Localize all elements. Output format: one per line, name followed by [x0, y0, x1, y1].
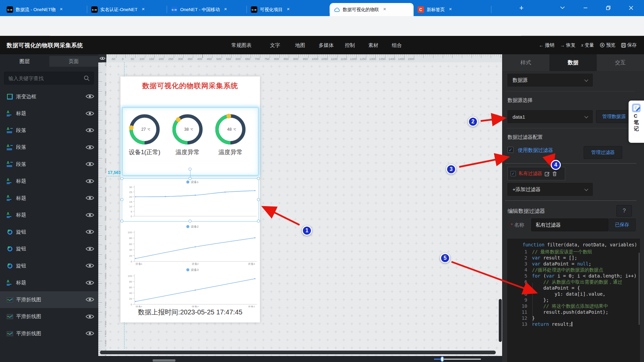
use-filter-checkbox[interactable]: ✓ — [507, 147, 514, 153]
manage-filter-button[interactable]: 管理过滤器 — [584, 146, 622, 159]
visibility-eye-icon[interactable] — [86, 297, 94, 303]
menu-1[interactable]: 文字 — [270, 42, 280, 49]
browser-tab[interactable]: c:o可视化项目 × — [247, 3, 330, 16]
zoom-slider-handle[interactable] — [440, 356, 444, 362]
variable-action-button[interactable]: x变量 — [581, 42, 594, 48]
saved-button[interactable]: 已保存 — [608, 219, 636, 231]
layer-item-平滑折线图[interactable]: 平滑折线图 — [0, 291, 98, 308]
use-filter-label[interactable]: 使用数据过滤器 — [518, 147, 553, 154]
preview-action-button[interactable]: 预览 — [600, 42, 615, 48]
add-filter-dropdown[interactable]: +添加过滤器 — [507, 183, 593, 196]
layer-item-标题[interactable]: A 标题 — [0, 275, 98, 291]
trash-icon[interactable] — [552, 171, 557, 176]
visibility-eye-icon[interactable] — [86, 127, 94, 133]
layer-item-旋钮[interactable]: 旋钮 — [0, 241, 98, 257]
filter-name-input[interactable] — [531, 219, 608, 231]
edit-pencil-icon[interactable] — [545, 171, 550, 176]
sidebar-tab-1[interactable]: 页面 — [49, 56, 99, 67]
visibility-eye-icon[interactable] — [86, 195, 94, 201]
selection-handle[interactable] — [120, 177, 123, 180]
smooth-line-chart-2[interactable]: 设备3020406080100设备1设备2设备3 — [122, 266, 259, 307]
ruler-toggle-eye-icon[interactable] — [98, 54, 106, 62]
selection-handle[interactable] — [257, 177, 260, 180]
redo-action-button[interactable]: →恢复 — [560, 42, 576, 48]
layer-item-渐变边框[interactable]: 渐变边框 — [0, 88, 98, 105]
browser-tab[interactable]: 数据可视化的物联 × — [330, 3, 414, 16]
layer-item-段落[interactable]: A 段落 — [0, 139, 98, 156]
visibility-eye-icon[interactable] — [86, 161, 94, 167]
tab-close-icon[interactable]: × — [222, 7, 228, 13]
browser-tab[interactable]: c:o实名认证-OneNET × — [87, 3, 167, 16]
source-value-dropdown[interactable]: data1 — [507, 110, 593, 123]
selection-handle[interactable] — [189, 220, 192, 223]
menu-5[interactable]: 素材 — [368, 42, 378, 49]
visibility-eye-icon[interactable] — [86, 330, 94, 337]
close-icon[interactable] — [626, 3, 636, 12]
menu-2[interactable]: 地图 — [295, 42, 305, 49]
layer-item-平滑折线图[interactable]: 平滑折线图 — [0, 325, 98, 342]
visibility-eye-icon[interactable] — [86, 212, 94, 218]
menu-4[interactable]: 控制 — [345, 42, 355, 49]
help-button[interactable]: ? — [616, 205, 632, 217]
layer-item-标题[interactable]: A 标题 — [0, 207, 98, 224]
layer-item-段落[interactable]: A 段落 — [0, 156, 98, 173]
selection-handle[interactable] — [189, 177, 192, 180]
chevron-down-icon[interactable] — [557, 3, 568, 12]
visibility-eye-icon[interactable] — [86, 246, 94, 252]
selection-handle[interactable] — [257, 198, 260, 201]
note-extension-widget[interactable]: C笔记 — [629, 101, 644, 143]
visibility-eye-icon[interactable] — [86, 263, 94, 269]
new-tab-button[interactable]: + — [519, 5, 524, 11]
visibility-eye-icon[interactable] — [86, 111, 94, 117]
restore-icon[interactable] — [603, 3, 613, 12]
layer-item-标题[interactable]: A 标题 — [0, 105, 98, 122]
browser-tab[interactable]: C新标签页 × — [414, 3, 491, 16]
layer-item-平滑折线图[interactable]: 平滑折线图 — [0, 308, 98, 325]
selection-handle[interactable] — [257, 220, 260, 223]
editor-canvas[interactable]: -500501001502002503003504004505005506006… — [98, 54, 502, 356]
visibility-eye-icon[interactable] — [86, 229, 94, 235]
layer-item-段落[interactable]: A 段落 — [0, 122, 98, 139]
sidebar-tab-0[interactable]: 图层 — [0, 56, 49, 67]
smooth-line-chart-0[interactable]: 设备1051015202530 — [122, 179, 259, 221]
panel-tab-1[interactable]: 数据 — [549, 54, 597, 71]
canvas-vertical-scrollbar[interactable] — [499, 299, 502, 342]
menu-6[interactable]: 组合 — [392, 42, 402, 49]
visibility-eye-icon[interactable] — [86, 94, 94, 100]
menu-0[interactable]: 常规图表 — [231, 42, 252, 49]
visibility-eye-icon[interactable] — [86, 178, 94, 184]
smooth-line-chart-1[interactable]: 设备2020406080100设备1设备2设备3 — [122, 223, 259, 265]
gauge-0[interactable]: 27 ℃设备1(正常) — [123, 113, 166, 156]
gauge-panel-selected[interactable]: 27 ℃设备1(正常) 38 ℃温度异常 48 ℃温度异常 — [122, 107, 259, 176]
panel-tab-2[interactable]: 交互 — [597, 54, 644, 71]
save-action-button[interactable]: 保存 — [621, 42, 637, 48]
visibility-eye-icon[interactable] — [86, 314, 94, 320]
layer-item-标题[interactable]: A 标题 — [0, 190, 98, 206]
selection-handle[interactable] — [120, 198, 123, 201]
selection-handle[interactable] — [120, 220, 123, 223]
menu-3[interactable]: 多媒体 — [319, 42, 334, 49]
datasource-dropdown[interactable]: 数据源 — [507, 74, 593, 86]
tab-close-icon[interactable]: × — [382, 7, 388, 13]
editor-scrollbar[interactable] — [639, 253, 640, 325]
browser-tab[interactable]: c:o数据流 - OneNET物 × — [3, 3, 87, 16]
rotation-handle[interactable] — [189, 168, 192, 171]
browser-tab[interactable]: c:oOneNET - 中国移动 × — [167, 3, 247, 16]
visibility-eye-icon[interactable] — [86, 144, 94, 150]
panel-tab-0[interactable]: 样式 — [502, 54, 549, 71]
tab-close-icon[interactable]: × — [58, 7, 64, 13]
layer-item-标题[interactable]: A 标题 — [0, 173, 98, 190]
artboard[interactable]: 数据可视化的物联网采集系统 27 ℃设备1(正常) 38 ℃温度异常 48 ℃温… — [120, 76, 260, 322]
gauge-1[interactable]: 38 ℃温度异常 — [166, 113, 209, 156]
tab-close-icon[interactable]: × — [140, 7, 146, 13]
private-filter-checkbox[interactable]: ✓ — [511, 171, 516, 176]
filter-code-editor[interactable]: function filter(data, rootData, variable… — [507, 239, 640, 362]
visibility-eye-icon[interactable] — [86, 280, 94, 286]
minimize-icon[interactable] — [580, 3, 590, 12]
search-input[interactable] — [8, 75, 84, 81]
manage-source-button[interactable]: 管理数据源 — [596, 110, 632, 123]
layer-item-旋钮[interactable]: 旋钮 — [0, 224, 98, 240]
tab-close-icon[interactable]: × — [447, 7, 453, 13]
undo-action-button[interactable]: ←撤销 — [539, 42, 554, 48]
layer-item-旋钮[interactable]: 旋钮 — [0, 257, 98, 274]
